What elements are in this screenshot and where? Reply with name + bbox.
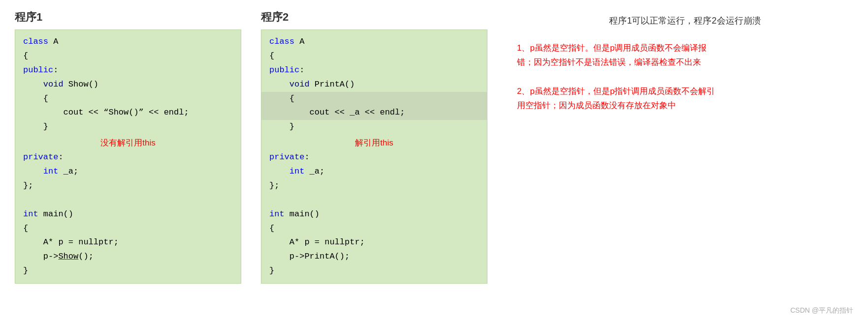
code-line: void Show() [23,78,233,92]
program1-annotation: 没有解引用this [23,136,233,150]
code-line: private: [269,150,479,165]
note-text-1: 1、p虽然是空指针。但是p调用成员函数不会编译报错；因为空指针不是语法错误，编译… [517,41,853,70]
code-line: { [23,222,233,236]
code-line-highlight: cout << _a << endl; [261,106,487,120]
code-line [23,193,233,207]
code-line: { [23,49,233,63]
program2-section: 程序2 class A { public: void PrintA() { co… [261,10,487,312]
right-panel: 程序1可以正常运行，程序2会运行崩溃 1、p虽然是空指针。但是p调用成员函数不会… [507,10,853,312]
code-line: A* p = nullptr; [269,235,479,250]
program1-code: class A { public: void Show() { cout << … [15,29,241,284]
program2-annotation: 解引用this [269,136,479,150]
main-container: 程序1 class A { public: void Show() { cout… [0,0,868,322]
code-line: int _a; [23,165,233,179]
code-line: p->PrintA(); [269,250,479,264]
code-line-highlight: { [261,92,487,106]
code-line: { [269,49,479,63]
code-line: A* p = nullptr; [23,235,233,250]
code-line: } [23,120,233,134]
program2-code: class A { public: void PrintA() { cout <… [261,29,487,284]
watermark: CSDN @平凡的指针 [790,306,853,315]
code-line: public: [23,63,233,78]
code-line: private: [23,150,233,165]
code-line: public: [269,63,479,78]
code-line: } [269,264,479,278]
code-line [269,193,479,207]
code-line: int main() [269,207,479,222]
summary-text: 程序1可以正常运行，程序2会运行崩溃 [517,15,853,27]
note-block-1: 1、p虽然是空指针。但是p调用成员函数不会编译报错；因为空指针不是语法错误，编译… [517,41,853,70]
code-line: }; [23,179,233,193]
program2-title: 程序2 [261,10,487,25]
code-line: void PrintA() [269,78,479,92]
program1-title: 程序1 [15,10,241,25]
code-line: cout << “Show()” << endl; [23,106,233,120]
code-line: { [23,92,233,106]
code-line: } [23,264,233,278]
program1-section: 程序1 class A { public: void Show() { cout… [15,10,241,312]
note-text-2: 2、p虽然是空指针，但是p指针调用成员函数不会解引用空指针；因为成员函数没有存放… [517,85,853,113]
code-line: }; [269,179,479,193]
code-line: { [269,222,479,236]
note-block-2: 2、p虽然是空指针，但是p指针调用成员函数不会解引用空指针；因为成员函数没有存放… [517,85,853,113]
code-line: int main() [23,207,233,222]
code-line: int _a; [269,165,479,179]
code-line: } [269,120,479,134]
code-line: p->Show(); [23,250,233,264]
code-line: class A [269,35,479,49]
code-line: class A [23,35,233,49]
